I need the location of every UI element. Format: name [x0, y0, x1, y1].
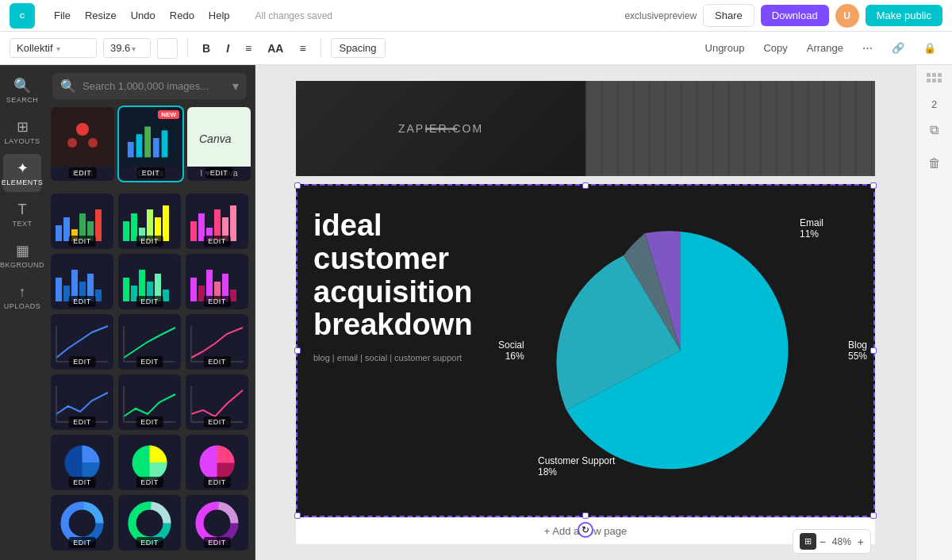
icons-edit-btn[interactable]: EDIT — [69, 167, 97, 178]
more-options-button[interactable]: ⋯ — [856, 39, 879, 57]
elements-icon: ✦ — [17, 159, 29, 177]
pie-chart-2[interactable]: EDIT — [118, 435, 181, 490]
line6-edit[interactable]: EDIT — [203, 416, 231, 428]
svg-rect-17 — [123, 221, 129, 241]
zoom-out-button[interactable]: − — [820, 535, 826, 548]
line2-edit[interactable]: EDIT — [136, 356, 163, 367]
design-title: ideal customer acquisition breakdown — [313, 209, 472, 342]
design-subtitle: blog | email | social | customer support — [313, 353, 472, 362]
arrange-button[interactable]: Arrange — [800, 39, 850, 57]
copy-page-icon[interactable]: ⧉ — [921, 117, 948, 144]
bar4-edit[interactable]: EDIT — [68, 296, 96, 307]
bar2-edit[interactable]: EDIT — [136, 236, 163, 247]
user-label: exclusivepreview — [624, 10, 697, 21]
canvas-scroll: ZAPIER.COM — [255, 65, 916, 560]
menu-help[interactable]: Help — [202, 6, 236, 25]
avatar[interactable]: U — [835, 4, 859, 28]
pie3-edit[interactable]: EDIT — [203, 477, 231, 488]
sidebar-item-uploads[interactable]: ↑ UPLOADS — [3, 278, 41, 316]
top-nav: C File Resize Undo Redo Help All changes… — [0, 0, 952, 32]
line-chart-2[interactable]: EDIT — [118, 314, 181, 370]
bar1-edit[interactable]: EDIT — [68, 236, 96, 247]
pie2-edit[interactable]: EDIT — [136, 477, 163, 488]
line5-edit[interactable]: EDIT — [136, 416, 163, 428]
handle-tl[interactable] — [294, 182, 301, 189]
line1-edit[interactable]: EDIT — [68, 356, 96, 367]
pie-chart-1[interactable]: EDIT — [51, 435, 113, 490]
search-bar: 🔍 ▾ — [52, 73, 247, 99]
screen-view-icon[interactable]: ⊞ — [800, 533, 816, 550]
font-family-selector[interactable]: Kollektif — [10, 38, 97, 58]
handle-bl[interactable] — [294, 512, 301, 519]
category-charts[interactable]: EDIT NEW Charts — [119, 107, 182, 181]
divider-1 — [187, 39, 188, 58]
menu-file[interactable]: File — [48, 6, 77, 25]
sidebar-uploads-label: UPLOADS — [4, 302, 41, 310]
bar-chart-1[interactable]: EDIT — [51, 194, 113, 249]
sidebar-item-text[interactable]: T TEXT — [3, 195, 41, 233]
line-chart-5[interactable]: EDIT — [118, 374, 181, 430]
bar-chart-4[interactable]: EDIT — [51, 254, 113, 309]
bar5-edit[interactable]: EDIT — [136, 296, 163, 307]
donut1-edit[interactable]: EDIT — [68, 537, 96, 548]
bar-chart-2[interactable]: EDIT — [118, 194, 181, 249]
color-picker[interactable] — [157, 38, 178, 59]
sidebar-item-layouts[interactable]: ⊞ LAYOUTS — [3, 113, 41, 151]
donut2-edit[interactable]: EDIT — [136, 537, 163, 548]
sidebar-bg-label: BKGROUND — [0, 261, 44, 269]
link-button[interactable]: 🔗 — [885, 39, 911, 57]
donut3-edit[interactable]: EDIT — [203, 537, 231, 548]
line-chart-1[interactable]: EDIT — [51, 314, 113, 370]
bar-chart-5[interactable]: EDIT — [118, 254, 181, 309]
menu-undo[interactable]: Undo — [125, 6, 162, 25]
pie1-edit[interactable]: EDIT — [68, 477, 96, 488]
canva-logo[interactable]: C — [10, 3, 35, 29]
design-panel[interactable]: ↻ ideal customer acquisition breakdown b… — [296, 184, 875, 517]
make-public-button[interactable]: Make public — [866, 5, 942, 26]
line-chart-6[interactable]: EDIT — [186, 374, 248, 430]
page-number: 2 — [931, 98, 937, 110]
donut-chart-1[interactable]: EDIT — [51, 495, 113, 550]
line4-edit[interactable]: EDIT — [68, 416, 96, 428]
bar6-edit[interactable]: EDIT — [203, 296, 231, 307]
menu-resize[interactable]: Resize — [79, 6, 123, 25]
search-input[interactable] — [83, 80, 226, 92]
bar3-edit[interactable]: EDIT — [203, 236, 231, 247]
canva-edit-btn[interactable]: EDIT — [205, 167, 233, 178]
handle-ml[interactable] — [294, 347, 301, 354]
design-right: Email 11% Social 16% Customer Support 18… — [488, 186, 873, 516]
font-case-button[interactable]: AA — [263, 39, 288, 58]
italic-button[interactable]: I — [221, 39, 234, 58]
line-chart-4[interactable]: EDIT — [51, 374, 113, 430]
align-button[interactable]: ≡ — [240, 39, 256, 58]
sidebar-item-background[interactable]: ▦ BKGROUND — [3, 236, 41, 274]
menu-redo[interactable]: Redo — [163, 6, 201, 25]
zoom-in-button[interactable]: + — [858, 535, 864, 548]
delete-page-icon[interactable]: 🗑 — [921, 150, 948, 177]
list-button[interactable]: ≡ — [294, 39, 310, 58]
search-dropdown-icon[interactable]: ▾ — [232, 79, 239, 94]
category-icons[interactable]: EDIT Icons — [51, 107, 114, 181]
divider-2 — [321, 39, 321, 58]
canvas-page-header: ZAPIER.COM — [296, 81, 875, 176]
bar-chart-6[interactable]: EDIT — [186, 254, 248, 309]
sidebar-item-search[interactable]: 🔍 SEARCH — [3, 71, 41, 109]
lock-button[interactable]: 🔒 — [917, 39, 942, 57]
spacing-button[interactable]: Spacing — [331, 38, 386, 58]
download-button[interactable]: Download — [761, 5, 829, 26]
category-canva[interactable]: Canva EDIT I ♥ Canva — [187, 107, 251, 181]
share-button[interactable]: Share — [703, 4, 754, 27]
charts-edit-btn[interactable]: EDIT — [137, 167, 165, 178]
pie-chart-3[interactable]: EDIT — [186, 435, 248, 490]
font-size-selector[interactable]: 39.6 — [103, 38, 151, 58]
line3-edit[interactable]: EDIT — [203, 356, 231, 367]
sidebar-item-elements[interactable]: ✦ ELEMENTS — [3, 154, 41, 192]
bar-chart-3[interactable]: EDIT — [186, 194, 248, 249]
bold-button[interactable]: B — [198, 39, 215, 58]
donut-chart-3[interactable]: EDIT — [186, 495, 248, 550]
line-chart-3[interactable]: EDIT — [186, 314, 248, 370]
copy-button[interactable]: Copy — [757, 39, 793, 57]
rotate-handle[interactable]: ↻ — [578, 522, 593, 538]
donut-chart-2[interactable]: EDIT — [118, 495, 181, 550]
ungroup-button[interactable]: Ungroup — [699, 39, 751, 57]
